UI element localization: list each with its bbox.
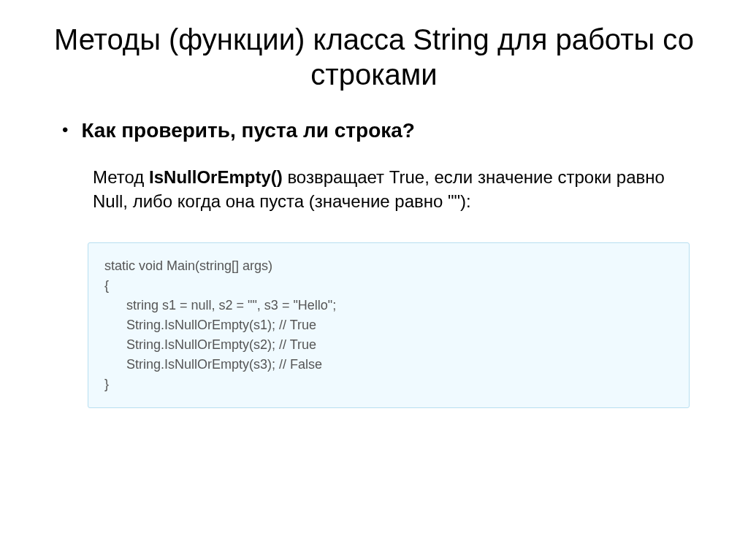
description-prefix: Метод <box>93 167 149 187</box>
slide-title: Методы (функции) класса String для работ… <box>44 22 704 92</box>
method-name: IsNullOrEmpty() <box>149 167 283 187</box>
code-block: static void Main(string[] args) { string… <box>88 242 690 408</box>
description-paragraph: Метод IsNullOrEmpty() возвращает True, е… <box>93 166 704 213</box>
code-line-2: { <box>104 276 673 296</box>
code-line-6: String.IsNullOrEmpty(s3); // False <box>104 355 673 375</box>
code-line-7: } <box>104 375 673 394</box>
bullet-marker: • <box>62 118 68 142</box>
slide-container: Методы (функции) класса String для работ… <box>0 0 748 430</box>
code-line-5: String.IsNullOrEmpty(s2); // True <box>104 335 673 355</box>
code-line-3: string s1 = null, s2 = "", s3 = "Hello"; <box>104 296 673 315</box>
content-area: • Как проверить, пуста ли строка? Метод … <box>44 118 704 408</box>
bullet-item: • Как проверить, пуста ли строка? <box>62 118 704 144</box>
bullet-heading: Как проверить, пуста ли строка? <box>81 118 415 144</box>
code-line-4: String.IsNullOrEmpty(s1); // True <box>104 315 673 335</box>
code-line-1: static void Main(string[] args) <box>104 256 673 276</box>
